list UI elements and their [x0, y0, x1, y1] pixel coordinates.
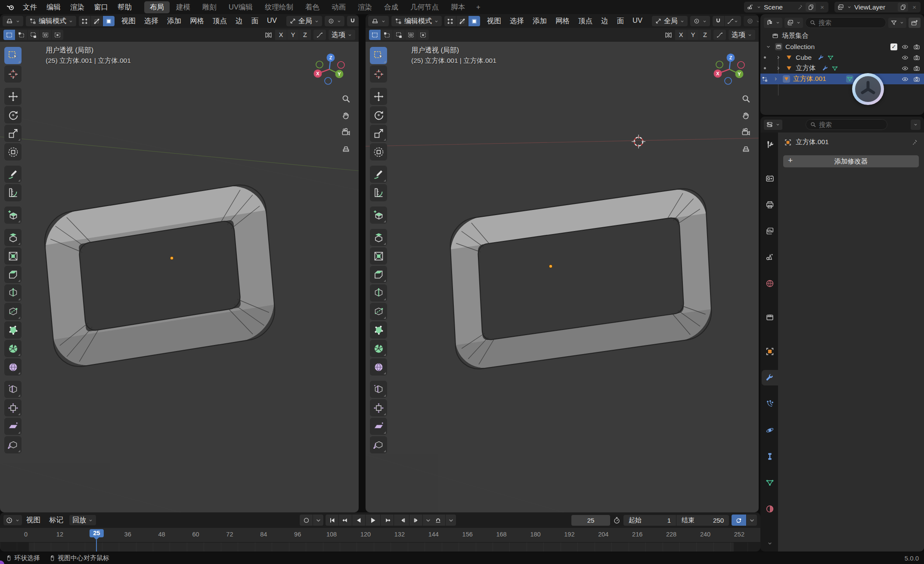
add-modifier-button[interactable]: +添加修改器	[783, 155, 919, 167]
outliner-search[interactable]	[805, 17, 886, 28]
tool-spin-button[interactable]	[370, 340, 387, 357]
tab-material[interactable]	[762, 501, 778, 517]
outliner-row-cube[interactable]: Cube	[760, 52, 924, 63]
viewport-menu-item[interactable]: 顶点	[208, 16, 231, 26]
mirror-axis-button[interactable]: Y	[287, 30, 299, 40]
workspace-tab[interactable]: 布局	[144, 1, 170, 13]
scene-selector[interactable]: Scene ×	[744, 2, 828, 12]
options-dropdown[interactable]: 选项	[729, 30, 755, 40]
vertex-select-mode-button[interactable]	[444, 16, 456, 26]
playhead-flag[interactable]: 25	[90, 529, 103, 537]
tool-measure-button[interactable]	[4, 184, 22, 201]
tool-extrude-region-button[interactable]	[4, 229, 22, 246]
properties-editor-type-button[interactable]	[764, 120, 782, 130]
tool-annotate-button[interactable]	[370, 166, 387, 183]
camera-view-button[interactable]	[740, 126, 752, 138]
tool-rip-region-button[interactable]	[370, 436, 387, 453]
pan-hand-button[interactable]	[340, 109, 352, 121]
tool-add-cube-button[interactable]	[4, 206, 22, 224]
expand-icon[interactable]	[775, 55, 781, 60]
tab-physics[interactable]	[762, 422, 778, 438]
outliner-display-mode-dropdown[interactable]	[764, 18, 782, 28]
play-reverse-button[interactable]	[352, 515, 365, 526]
tool-poly-build-button[interactable]	[370, 321, 387, 339]
mirror-axis-button[interactable]: X	[275, 30, 287, 40]
timeline-track[interactable]	[0, 542, 760, 552]
mode-dropdown[interactable]: 编辑模式	[391, 16, 442, 26]
new-collection-button[interactable]	[908, 18, 921, 28]
edge-select-mode-button[interactable]	[91, 16, 102, 26]
workspace-tab[interactable]: 渲染	[352, 1, 378, 13]
tab-output[interactable]	[762, 197, 778, 213]
gizmo-x-neg-axis[interactable]	[738, 62, 744, 68]
tool-loop-cut-button[interactable]	[370, 284, 387, 302]
editor-type-button[interactable]	[3, 16, 23, 26]
properties-search-input[interactable]	[819, 121, 883, 128]
topbar-menu-item[interactable]: 文件	[18, 0, 42, 14]
outliner-row-collection[interactable]: Collection	[760, 41, 924, 52]
viewlayer-name[interactable]: ViewLayer	[854, 3, 895, 11]
tool-poly-build-button[interactable]	[4, 321, 22, 339]
pin-icon[interactable]	[797, 4, 803, 10]
tool-knife-button[interactable]	[4, 303, 22, 320]
viewport-canvas-left[interactable]: 用户透视 (局部) (25) 立方体.001 | 立方体.001	[0, 42, 359, 512]
tab-object-data[interactable]	[762, 475, 778, 490]
zoom-button[interactable]	[740, 92, 752, 105]
3d-scene-right[interactable]	[366, 42, 759, 512]
keying-set-dropdown[interactable]	[446, 515, 456, 526]
unlink-scene-icon[interactable]: ×	[819, 3, 826, 11]
tab-particles[interactable]	[762, 396, 778, 412]
tab-object[interactable]	[762, 344, 778, 359]
timeline-editor-type-button[interactable]	[3, 515, 22, 525]
transform-orientation-dropdown[interactable]: 全局	[652, 16, 688, 26]
playback-dropdown[interactable]: 回放	[69, 515, 96, 525]
tool-shrink-fatten-button[interactable]	[370, 399, 387, 416]
auto-keying-toggle[interactable]	[300, 515, 313, 526]
expand-icon[interactable]	[775, 65, 781, 71]
outliner-row-scene-collection[interactable]: 场景集合	[760, 31, 924, 41]
tool-spin-button[interactable]	[4, 340, 22, 357]
vertex-select-mode-button[interactable]	[79, 16, 90, 26]
timeline-menu-item[interactable]: 标记	[45, 515, 68, 525]
scene-name[interactable]: Scene	[764, 3, 794, 11]
tool-annotate-button[interactable]	[4, 166, 22, 183]
select-subtract-button[interactable]	[393, 30, 405, 40]
tab-render[interactable]	[762, 171, 778, 186]
orthographic-toggle-button[interactable]	[740, 143, 752, 155]
tool-edge-slide-button[interactable]	[4, 381, 22, 398]
snap-falloff-button[interactable]	[713, 30, 726, 40]
orthographic-toggle-button[interactable]	[340, 143, 352, 155]
select-set-button[interactable]	[3, 30, 15, 40]
workspace-tab[interactable]: 纹理绘制	[259, 1, 299, 13]
next-keyframe-button[interactable]	[381, 515, 394, 526]
tab-view-layer[interactable]	[762, 223, 778, 239]
tab-collection[interactable]	[762, 310, 778, 325]
topbar-menu-item[interactable]: 渲染	[65, 0, 89, 14]
viewport-menu-item[interactable]: 选择	[140, 16, 163, 26]
frame-step-forward-button[interactable]	[409, 515, 422, 526]
viewport-menu-item[interactable]: 选择	[505, 16, 528, 26]
select-extend-button[interactable]	[381, 30, 393, 40]
tool-inset-faces-button[interactable]	[4, 247, 22, 265]
mirror-axis-button[interactable]: Y	[687, 30, 699, 40]
tab-constraints[interactable]	[762, 449, 778, 464]
gizmo-y-neg-axis[interactable]	[716, 61, 723, 68]
jump-to-start-button[interactable]	[326, 515, 338, 526]
viewport-menu-item[interactable]: 边	[597, 16, 613, 26]
tool-rotate-button[interactable]	[370, 106, 387, 123]
viewport-menu-item[interactable]: 添加	[163, 16, 186, 26]
workspace-tab[interactable]: 动画	[326, 1, 351, 13]
frame-end-field[interactable]: 结束250	[676, 515, 729, 526]
prev-keyframe-button[interactable]	[339, 515, 352, 526]
properties-search[interactable]	[806, 119, 887, 130]
new-viewlayer-button[interactable]	[898, 3, 908, 12]
3d-scene-left[interactable]	[0, 42, 359, 512]
viewport-menu-item[interactable]: 面	[613, 16, 629, 26]
tool-bevel-button[interactable]	[4, 266, 22, 283]
select-intersect-button[interactable]	[52, 30, 63, 40]
mirror-axis-button[interactable]: X	[675, 30, 687, 40]
tool-shrink-fatten-button[interactable]	[4, 399, 22, 416]
expand-icon[interactable]	[766, 44, 771, 49]
options-dropdown[interactable]: 选项	[329, 30, 355, 40]
gizmo-y-neg-axis[interactable]	[316, 61, 323, 68]
